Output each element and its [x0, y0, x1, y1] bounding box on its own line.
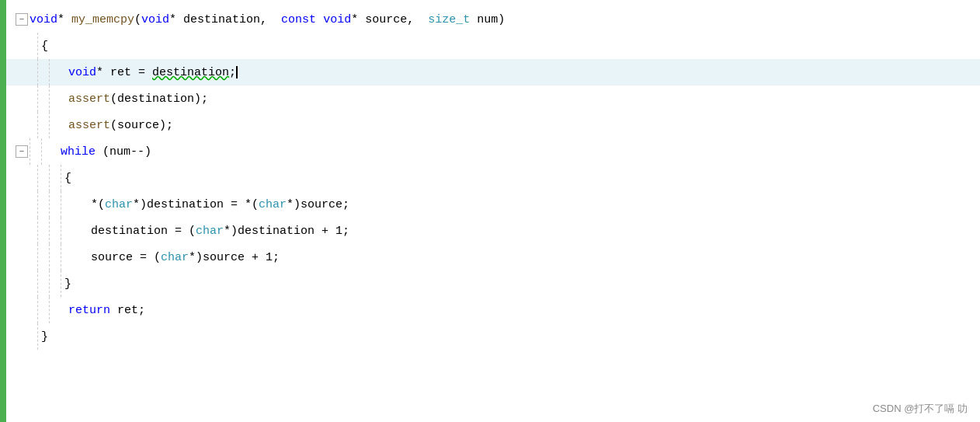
keyword-void: void — [30, 13, 57, 26]
code-line-1: − void* my_memcpy(void* destination, con… — [0, 6, 980, 33]
line-content-13: } — [41, 330, 48, 344]
code-line-2: { — [0, 33, 980, 59]
line-content-6: while (num--) — [61, 145, 151, 159]
code-line-10: source = (char*)source + 1; — [0, 244, 980, 270]
line-content-4: assert(destination); — [68, 92, 208, 106]
line-content-9: destination = (char*)destination + 1; — [91, 225, 349, 238]
line-content-12: return ret; — [68, 304, 145, 317]
line-content-1: void* my_memcpy(void* destination, const… — [30, 13, 505, 26]
line-content-7: { — [64, 172, 71, 185]
code-line-3: void* ret = destination; — [0, 59, 980, 85]
line-content-11: } — [64, 277, 71, 291]
line-content-3: void* ret = destination; — [68, 66, 238, 79]
squiggle-destination: destination — [152, 66, 229, 79]
code-line-6: − while (num--) — [0, 138, 980, 165]
func-name: my_memcpy — [71, 13, 134, 26]
code-line-5: assert(source); — [0, 112, 980, 138]
line-content-5: assert(source); — [68, 119, 173, 132]
fold-button-6[interactable]: − — [16, 145, 28, 158]
code-line-13: } — [0, 323, 980, 350]
code-area[interactable]: − void* my_memcpy(void* destination, con… — [0, 0, 980, 422]
code-editor: − void* my_memcpy(void* destination, con… — [0, 0, 980, 422]
code-line-9: destination = (char*)destination + 1; — [0, 218, 980, 244]
text-cursor — [236, 66, 238, 78]
line-content-2: { — [41, 40, 48, 53]
code-line-12: return ret; — [0, 297, 980, 323]
line-content-10: source = (char*)source + 1; — [91, 251, 280, 264]
watermark: CSDN @打不了嗝 叻 — [873, 402, 968, 416]
left-accent-bar — [0, 0, 6, 422]
line-content-8: *(char*)destination = *(char*)source; — [91, 198, 349, 211]
code-line-4: assert(destination); — [0, 85, 980, 112]
code-line-7: { — [0, 165, 980, 191]
fold-button-1[interactable]: − — [16, 13, 28, 26]
code-line-11: } — [0, 270, 980, 297]
code-line-8: *(char*)destination = *(char*)source; — [0, 191, 980, 218]
